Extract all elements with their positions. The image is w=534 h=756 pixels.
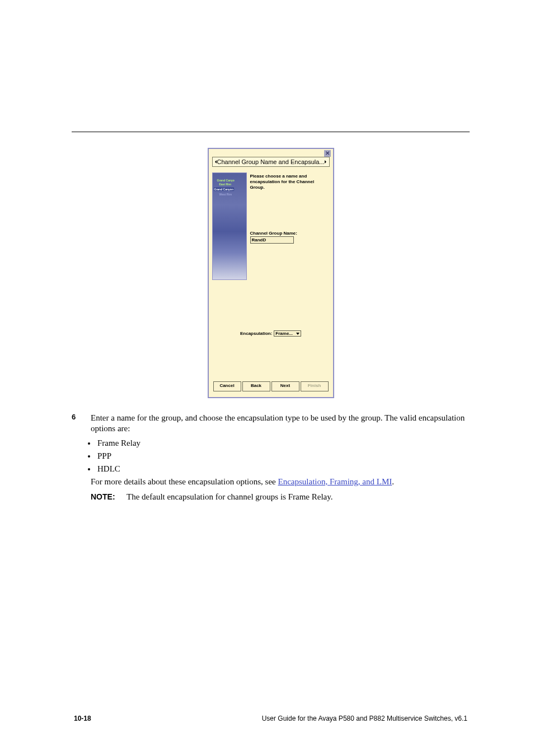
step-text: Enter a name for the group, and choose t… — [91, 413, 470, 434]
note-label: NOTE: — [91, 492, 127, 502]
wizard-prompt: Please choose a name and encapsulation f… — [250, 172, 329, 190]
close-icon[interactable]: ✕ — [324, 150, 331, 157]
cancel-button[interactable]: Cancel — [213, 381, 241, 391]
xref-link[interactable]: Encapsulation, Framing, and LMI — [278, 477, 392, 486]
triangle-left-icon — [215, 160, 217, 164]
side-label: West Rim — [219, 193, 232, 196]
list-item: Frame Relay — [96, 438, 470, 448]
cg-name-input[interactable]: RandD — [250, 236, 294, 244]
encapsulation-options-list: Frame Relay PPP HDLC — [72, 438, 470, 474]
cross-reference: For more details about these encapsulati… — [72, 477, 470, 487]
step-number: 6 — [72, 413, 91, 421]
next-button[interactable]: Next — [271, 381, 299, 391]
encapsulation-select[interactable]: Frame... — [274, 330, 301, 337]
page-number: 10-18 — [74, 715, 91, 722]
finish-button: Finish — [301, 381, 329, 391]
wizard-dialog: ✕ Channel Group Name and Encapsula... Gr… — [208, 148, 334, 398]
list-item: HDLC — [96, 464, 470, 474]
dialog-title: Channel Group Name and Encapsula... — [217, 158, 324, 165]
xref-lead: For more details about these encapsulati… — [91, 477, 278, 486]
list-item: PPP — [96, 451, 470, 461]
wizard-graphic: Grand Canyo East Rim Grand Canyon West R… — [212, 172, 247, 280]
book-title: User Guide for the Avaya P580 and P882 M… — [262, 715, 467, 722]
encapsulation-label: Encapsulation: — [240, 331, 272, 336]
encapsulation-value: Frame... — [275, 331, 293, 336]
xref-tail: . — [392, 477, 394, 486]
chevron-down-icon — [296, 333, 299, 335]
side-label: Grand Canyon — [214, 188, 234, 191]
side-label: East Rim — [219, 183, 231, 186]
note-text: The default encapsulation for channel gr… — [127, 492, 333, 502]
cg-name-label: Channel Group Name: — [250, 231, 329, 236]
triangle-right-icon — [325, 160, 326, 164]
back-button[interactable]: Back — [242, 381, 270, 391]
dialog-title-bar: Channel Group Name and Encapsula... — [212, 157, 330, 167]
side-label: Grand Canyo — [217, 179, 235, 182]
